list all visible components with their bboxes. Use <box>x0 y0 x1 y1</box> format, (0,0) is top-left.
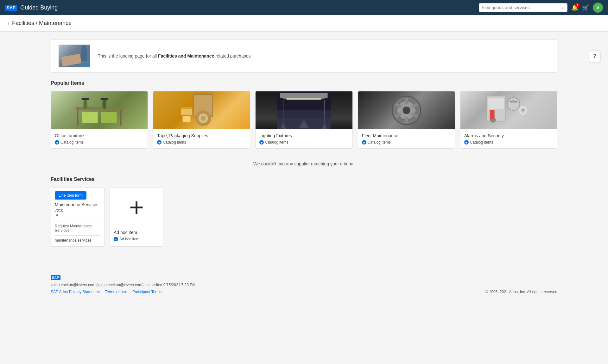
svg-rect-6 <box>82 98 89 100</box>
lighting-fixtures-image <box>256 91 352 129</box>
svg-point-47 <box>522 109 524 111</box>
banner-card: This is the landing page for all Facilit… <box>51 39 557 73</box>
alarms-security-title: Alarms and Security <box>464 133 553 138</box>
popular-items-grid: Office furniture Catalog items <box>51 91 557 149</box>
svg-rect-0 <box>76 107 123 110</box>
alarms-svg <box>460 91 557 129</box>
svg-rect-32 <box>405 98 408 104</box>
item-card-alarms-security[interactable]: Alarms and Security Catalog items <box>460 91 557 149</box>
lighting-fixtures-card-body: Lighting Fixtures Catalog items <box>256 129 352 148</box>
adhoc-icon <box>114 237 118 241</box>
services-grid: Line item form Maintenance Services 7210… <box>51 187 557 247</box>
svg-rect-39 <box>488 98 504 109</box>
svg-rect-2 <box>120 110 122 126</box>
alarms-security-badge-label: Catalog items <box>470 140 493 145</box>
catalog-icon-3 <box>259 140 264 145</box>
tape-packaging-badge-label: Catalog items <box>163 140 186 145</box>
item-card-office-furniture[interactable]: Office furniture Catalog items <box>51 91 148 149</box>
svg-rect-15 <box>181 107 192 109</box>
adhoc-item-card[interactable]: + Ad hoc item Ad hoc item <box>110 187 163 247</box>
item-card-lighting-fixtures[interactable]: Lighting Fixtures Catalog items <box>255 91 352 149</box>
svg-rect-16 <box>183 116 191 122</box>
office-furniture-svg <box>51 91 148 129</box>
office-furniture-badge-label: Catalog items <box>60 140 84 145</box>
svg-point-31 <box>402 107 410 114</box>
breadcrumb-bar: ‹ Facilities / Maintenance <box>0 15 608 32</box>
fleet-maintenance-image <box>358 91 455 129</box>
maintenance-services-tag: maintenance services <box>55 235 100 243</box>
adhoc-plus-icon: + <box>110 188 163 227</box>
cart-button[interactable]: 🛒 <box>582 4 589 11</box>
popular-items-title: Popular Items <box>51 80 557 86</box>
header-right: ⌕ 🔔 1 🛒 V <box>479 3 603 13</box>
item-card-tape-packaging[interactable]: Tape, Packaging Supplies Catalog items <box>153 91 250 149</box>
search-bar[interactable]: ⌕ <box>479 3 567 12</box>
fleet-maintenance-title: Fleet Maintenance <box>362 133 451 138</box>
line-item-badge: Line item form <box>55 191 86 200</box>
footer-links: SAP Ariba Privacy Statement Terms of Use… <box>51 290 195 294</box>
privacy-statement-link[interactable]: SAP Ariba Privacy Statement <box>51 290 100 294</box>
lighting-fixtures-title: Lighting Fixtures <box>259 133 348 138</box>
maintenance-services-code: 7210 <box>55 208 100 213</box>
maintenance-services-location: 📍 <box>55 214 100 219</box>
svg-rect-8 <box>101 98 108 100</box>
notification-button[interactable]: 🔔 1 <box>571 4 578 11</box>
help-button[interactable]: ? <box>589 51 600 62</box>
terms-of-use-link[interactable]: Terms of Use <box>105 290 127 294</box>
maintenance-services-desc: Request Maintenance Services <box>55 221 100 233</box>
svg-rect-4 <box>101 112 117 123</box>
no-supplier-message: We couldn't find any supplier matching y… <box>51 156 557 171</box>
maintenance-services-body: Maintenance Services 7210 📍 Request Main… <box>51 202 104 246</box>
svg-rect-3 <box>82 112 98 123</box>
svg-rect-35 <box>405 117 408 123</box>
svg-point-13 <box>201 116 206 121</box>
svg-rect-20 <box>283 98 325 99</box>
breadcrumb: Facilities / Maintenance <box>12 20 72 27</box>
sap-logo: SAP <box>5 5 17 11</box>
back-button[interactable]: ‹ <box>8 20 10 27</box>
svg-rect-1 <box>77 110 79 126</box>
alarms-security-image <box>460 91 557 129</box>
svg-rect-5 <box>84 99 87 109</box>
lighting-svg <box>256 91 352 129</box>
catalog-icon-2 <box>157 140 162 145</box>
item-card-fleet-maintenance[interactable]: Fleet Maintenance Catalog items <box>358 91 455 149</box>
lighting-fixtures-badge-label: Catalog items <box>265 140 288 145</box>
alarms-security-card-body: Alarms and Security Catalog items <box>460 129 557 148</box>
footer-user-info: volha.chekun@leverx.com (volha.chekun@le… <box>51 283 195 287</box>
adhoc-item-title: Ad hoc item <box>114 230 159 235</box>
svg-rect-44 <box>512 100 515 103</box>
catalog-icon-5 <box>464 140 469 145</box>
office-furniture-card-body: Office furniture Catalog items <box>51 129 148 148</box>
banner-image <box>59 45 90 67</box>
footer: SAP volha.chekun@leverx.com (volha.cheku… <box>0 267 608 302</box>
alarms-security-badge: Catalog items <box>464 140 553 145</box>
popular-items-section: Popular Items <box>51 80 557 149</box>
search-button[interactable]: ⌕ <box>561 5 565 10</box>
notification-badge: 1 <box>575 3 580 7</box>
maintenance-services-title: Maintenance Services <box>55 202 100 207</box>
footer-bottom: SAP volha.chekun@leverx.com (volha.cheku… <box>51 275 557 294</box>
header: SAP Guided Buying ⌕ 🔔 1 🛒 V <box>0 0 608 15</box>
user-avatar-button[interactable]: V <box>593 3 603 13</box>
cart-icon: 🛒 <box>582 4 589 11</box>
svg-rect-18 <box>280 93 328 98</box>
adhoc-badge-label: Ad hoc item <box>119 237 139 241</box>
tape-packaging-title: Tape, Packaging Supplies <box>157 133 246 138</box>
banner-prefix: This is the landing page for all <box>98 53 158 59</box>
tape-packaging-image <box>153 91 250 129</box>
maintenance-services-card[interactable]: Line item form Maintenance Services 7210… <box>51 187 104 247</box>
catalog-icon <box>55 140 59 145</box>
adhoc-item-badge: Ad hoc item <box>114 237 159 241</box>
svg-rect-7 <box>103 99 106 109</box>
participant-terms-link[interactable]: Participant Terms <box>132 290 162 294</box>
search-input[interactable] <box>482 5 561 10</box>
footer-left: SAP volha.chekun@leverx.com (volha.cheku… <box>51 275 195 294</box>
svg-rect-41 <box>490 110 494 119</box>
banner-text: This is the landing page for all Facilit… <box>98 53 250 59</box>
fleet-svg <box>358 91 455 129</box>
footer-sap-logo: SAP <box>51 275 60 280</box>
banner-highlight: Facilities and Maintenance <box>158 53 214 59</box>
office-furniture-image <box>51 91 148 129</box>
facilities-services-section: Facilities Services Line item form Maint… <box>51 176 557 247</box>
